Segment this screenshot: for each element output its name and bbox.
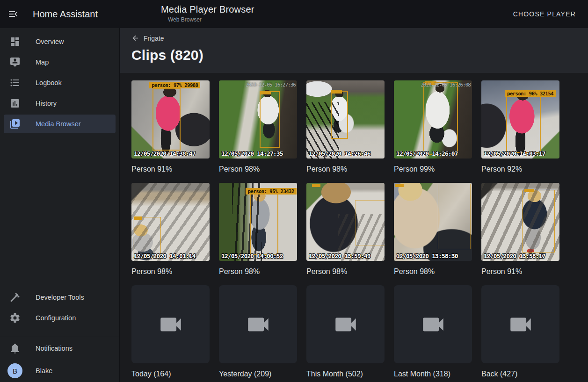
clip-caption: Person 98% — [306, 165, 385, 173]
clip-caption: Person 91% — [131, 165, 210, 173]
clip-caption: Person 91% — [481, 267, 559, 276]
detection-label: person: 95% 23432 — [246, 188, 297, 195]
sidebar-spacer — [0, 135, 119, 286]
chart-box-icon — [9, 98, 21, 109]
clip-timestamp: 12/05/2020 13:58:17 — [484, 252, 545, 259]
clip-thumbnail[interactable]: 12/05/2020 14:26:46 — [306, 80, 385, 159]
video-camera-icon — [332, 311, 359, 338]
folder-card-last-month[interactable] — [394, 285, 472, 363]
detection-chip — [395, 184, 404, 187]
video-camera-icon — [420, 311, 447, 338]
sidebar-item-user[interactable]: B Blake — [4, 361, 116, 380]
sidebar-item-label: History — [36, 100, 57, 107]
clip-caption: Person 98% — [219, 267, 297, 276]
video-camera-icon — [157, 311, 184, 338]
detection-chip — [260, 91, 271, 94]
sidebar-item-label: Notifications — [36, 345, 73, 352]
detection-chip — [524, 189, 534, 192]
folder-cell: Today (164) — [131, 285, 210, 378]
user-name: Blake — [36, 367, 52, 375]
sidebar: Overview Map Logbook History Media Brows… — [0, 28, 120, 382]
folder-cell: Last Month (318) — [394, 285, 472, 378]
clip-caption: Person 98% — [219, 165, 297, 173]
detection-bounding-box — [522, 190, 555, 252]
folder-label: Yesterday (209) — [219, 369, 297, 378]
sidebar-item-label: Developer Tools — [36, 294, 84, 301]
clip-cell: 12/05/2020 14:27:35 2020-12-05 16:27:36 … — [219, 80, 297, 173]
choose-player-button[interactable]: CHOOSE PLAYER — [510, 0, 579, 28]
folder-cell: This Month (502) — [306, 285, 385, 378]
folder-card-this-month[interactable] — [306, 285, 385, 363]
video-camera-icon — [507, 311, 534, 338]
clip-thumbnail[interactable]: 12/05/2020 14:38:47 person: 97% 29988 — [131, 80, 210, 159]
clip-thumbnail[interactable]: 12/05/2020 14:26:07 2020-12-05 16:26:08 — [394, 80, 472, 159]
cog-icon — [9, 312, 21, 324]
app-header: Home Assistant Media Player Browser Web … — [0, 0, 588, 28]
folder-card-yesterday[interactable] — [219, 285, 297, 363]
clip-thumbnail[interactable]: 12/05/2020 13:59:49 — [306, 183, 385, 261]
clip-caption: Person 98% — [394, 267, 472, 276]
sidebar-item-map[interactable]: Map — [4, 53, 116, 72]
avatar: B — [7, 363, 22, 378]
camera-osd-timestamp: 2020-12-05 16:26:08 — [421, 82, 471, 88]
clip-cell: 12/05/2020 13:58:30 Person 98% — [394, 183, 472, 276]
bell-icon — [9, 343, 21, 354]
format-list-bulleted-icon — [9, 77, 21, 88]
app-title: Home Assistant — [33, 9, 98, 20]
sidebar-item-configuration[interactable]: Configuration — [4, 309, 116, 327]
folder-cell: Yesterday (209) — [219, 285, 297, 378]
detection-bounding-box — [355, 200, 385, 245]
breadcrumb-back[interactable]: Frigate — [131, 34, 164, 42]
sidebar-item-label: Configuration — [36, 314, 76, 322]
clip-caption: Person 98% — [306, 267, 385, 276]
clip-cell: 12/05/2020 14:26:46 Person 98% — [306, 80, 385, 173]
clip-cell: 12/05/2020 14:38:47 person: 97% 29988 Pe… — [131, 80, 210, 173]
clip-thumbnail[interactable]: 12/05/2020 14:27:35 2020-12-05 16:27:36 — [219, 80, 297, 159]
sidebar-item-label: Map — [36, 58, 49, 66]
folder-label: Today (164) — [131, 369, 210, 378]
media-header: Frigate Clips (820) — [120, 28, 588, 73]
camera-osd-timestamp: 2020-12-05 16:27:36 — [246, 82, 296, 88]
sidebar-item-label: Media Browser — [36, 120, 81, 128]
clip-cell: 12/05/2020 13:59:49 Person 98% — [306, 183, 385, 276]
clip-thumbnail[interactable]: 12/05/2020 14:03:17 person: 96% 32154 — [481, 80, 559, 159]
detection-bounding-box — [133, 217, 161, 258]
detection-chip — [312, 184, 320, 187]
sidebar-item-logbook[interactable]: Logbook — [4, 73, 116, 92]
clip-thumbnail[interactable]: 12/05/2020 14:01:14 — [131, 183, 210, 261]
clip-timestamp: 12/05/2020 14:26:07 — [396, 150, 458, 157]
sidebar-divider — [0, 336, 119, 336]
clip-thumbnail[interactable]: 12/05/2020 13:58:30 — [394, 183, 472, 261]
detection-bounding-box — [438, 184, 471, 249]
sidebar-item-overview[interactable]: Overview — [4, 32, 116, 51]
sidebar-item-label: Logbook — [36, 79, 62, 86]
clip-timestamp: 12/05/2020 14:01:14 — [134, 252, 196, 259]
clip-timestamp: 12/05/2020 14:00:52 — [221, 252, 283, 259]
media-grid: 12/05/2020 14:38:47 person: 97% 29988 Pe… — [120, 73, 588, 382]
media-browser-content: Frigate Clips (820) 12/05/2020 14:38:47 … — [120, 28, 588, 382]
sidebar-item-media-browser[interactable]: Media Browser — [4, 115, 116, 133]
clip-timestamp: 12/05/2020 13:58:30 — [396, 252, 458, 259]
sidebar-item-history[interactable]: History — [4, 94, 116, 113]
sidebar-toggle-button[interactable] — [0, 0, 26, 28]
sidebar-item-notifications[interactable]: Notifications — [4, 339, 116, 358]
detection-bounding-box — [506, 91, 540, 153]
view-dashboard-icon — [9, 36, 21, 47]
clip-thumbnail[interactable]: 12/05/2020 13:58:17 — [481, 183, 559, 261]
menu-open-icon — [7, 8, 19, 20]
detection-label: person: 96% 32154 — [505, 90, 556, 97]
scene-overlay — [219, 80, 297, 159]
clip-cell: 12/05/2020 13:58:17 Person 91% — [481, 183, 559, 276]
clip-cell: 12/05/2020 14:01:14 Person 98% — [131, 183, 210, 276]
sidebar-item-label: Overview — [36, 38, 64, 45]
folder-card-back[interactable] — [481, 285, 559, 363]
clip-timestamp: 12/05/2020 13:59:49 — [309, 252, 370, 259]
folder-label: This Month (502) — [306, 369, 385, 378]
sidebar-item-developer-tools[interactable]: Developer Tools — [4, 288, 116, 307]
clip-timestamp: 12/05/2020 14:38:47 — [134, 150, 196, 157]
video-camera-icon — [245, 311, 272, 338]
arrow-left-icon — [131, 34, 139, 42]
folder-card-today[interactable] — [131, 285, 210, 363]
clip-thumbnail[interactable]: 12/05/2020 14:00:52 person: 95% 23432 — [219, 183, 297, 261]
clip-timestamp: 12/05/2020 14:03:17 — [484, 150, 545, 157]
